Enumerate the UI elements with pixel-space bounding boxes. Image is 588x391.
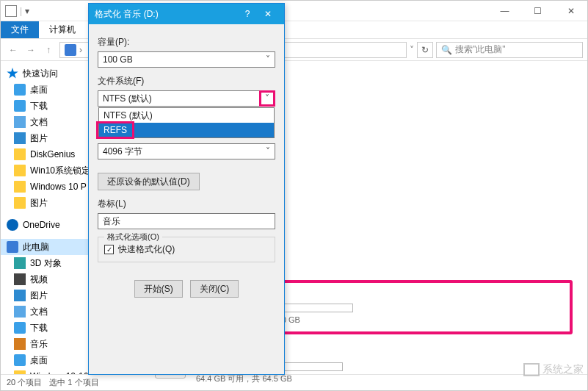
ribbon-file-tab[interactable]: 文件 xyxy=(1,21,39,38)
capacity-label: 容量(P): xyxy=(98,36,275,49)
qat-sep: | xyxy=(20,6,22,16)
chevron-down-icon: ˅ xyxy=(266,146,270,157)
filesystem-select[interactable]: NTFS (默认) ˅ NTFS (默认) REFS xyxy=(98,90,275,107)
desktop-icon xyxy=(14,354,26,366)
restore-defaults-button[interactable]: 还原设备的默认值(D) xyxy=(98,173,200,190)
fs-option-ntfs[interactable]: NTFS (默认) xyxy=(99,108,274,123)
ribbon-computer-tab[interactable]: 计算机 xyxy=(39,21,86,38)
chevron-right-icon: › xyxy=(79,45,82,55)
star-icon xyxy=(7,68,18,79)
onedrive-icon xyxy=(7,219,18,231)
watermark: 系统之家 xyxy=(523,363,584,376)
music-icon xyxy=(14,338,26,350)
status-selected: 选中 1 个项目 xyxy=(49,377,98,388)
close-dialog-button[interactable]: 关闭(C) xyxy=(190,280,239,298)
pic-icon xyxy=(14,132,26,144)
folder-icon xyxy=(14,148,26,160)
format-dialog: 格式化 音乐 (D:) ? ✕ 容量(P): 100 GB ˅ 文件系统(F) … xyxy=(88,3,285,375)
close-button[interactable]: ✕ xyxy=(554,1,587,21)
quick-format-checkbox[interactable]: ✓ 快速格式化(Q) xyxy=(104,243,269,256)
start-button[interactable]: 开始(S) xyxy=(134,280,183,298)
pc-icon xyxy=(7,241,18,253)
allocation-select[interactable]: 4096 字节 ˅ xyxy=(98,143,275,159)
download-icon xyxy=(14,100,26,112)
folder-icon xyxy=(14,181,26,193)
capacity-select[interactable]: 100 GB ˅ xyxy=(98,51,275,68)
nav-forward-button[interactable]: → xyxy=(23,42,39,58)
app-icon xyxy=(5,5,17,17)
nav-up-button[interactable]: ↑ xyxy=(40,42,57,58)
nav-back-button[interactable]: ← xyxy=(5,42,21,58)
house-icon xyxy=(523,363,540,376)
format-options-legend: 格式化选项(O) xyxy=(104,232,162,243)
minimize-button[interactable]: — xyxy=(488,1,521,21)
search-icon: 🔍 xyxy=(441,45,452,55)
drive-icon xyxy=(14,370,26,374)
dialog-title: 格式化 音乐 (D:) xyxy=(95,8,237,21)
format-options-group: 格式化选项(O) ✓ 快速格式化(Q) xyxy=(98,237,275,262)
checkbox-checked-icon: ✓ xyxy=(104,245,114,254)
volume-label-input[interactable]: 音乐 xyxy=(98,213,275,229)
search-placeholder: 搜索"此电脑" xyxy=(455,43,506,56)
fs-option-refs[interactable]: REFS xyxy=(99,123,274,137)
refresh-button[interactable]: ↻ xyxy=(417,42,433,58)
dialog-close-button[interactable]: ✕ xyxy=(258,9,278,19)
pc-icon xyxy=(65,44,76,56)
folder-icon xyxy=(14,197,26,209)
filesystem-dropdown: NTFS (默认) REFS xyxy=(98,107,275,138)
path-dropdown[interactable]: ˅ xyxy=(410,45,414,55)
cube-icon xyxy=(14,257,26,269)
drive-local-free: 64.4 GB 可用，共 64.5 GB xyxy=(196,373,343,384)
filesystem-label: 文件系统(F) xyxy=(98,75,275,87)
desktop-icon xyxy=(14,84,26,96)
doc-icon xyxy=(14,306,26,318)
qat-dropdown[interactable]: ▾ xyxy=(25,6,29,16)
chevron-down-icon: ˅ xyxy=(265,93,269,104)
fs-dropdown-arrow-highlight: ˅ xyxy=(259,90,275,107)
folder-icon xyxy=(14,165,26,176)
dialog-titlebar: 格式化 音乐 (D:) ? ✕ xyxy=(89,4,284,24)
volume-label-label: 卷标(L) xyxy=(98,198,275,210)
dialog-help-button[interactable]: ? xyxy=(237,9,258,19)
search-input[interactable]: 🔍 搜索"此电脑" xyxy=(436,42,583,58)
status-item-count: 20 个项目 xyxy=(7,377,42,388)
doc-icon xyxy=(14,116,26,128)
maximize-button[interactable]: ☐ xyxy=(521,1,554,21)
chevron-down-icon: ˅ xyxy=(266,54,270,65)
download-icon xyxy=(14,322,26,334)
video-icon xyxy=(14,273,26,285)
pic-icon xyxy=(14,290,26,301)
